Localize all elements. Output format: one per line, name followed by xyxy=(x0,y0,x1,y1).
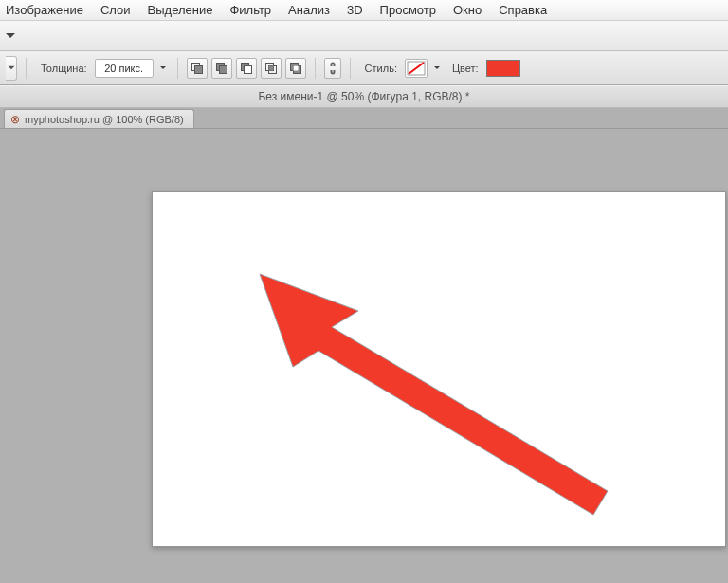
document-tab[interactable]: ⊗ myphotoshop.ru @ 100% (RGB/8) xyxy=(4,109,194,128)
menu-image[interactable]: Изображение xyxy=(6,3,83,17)
secondary-bar xyxy=(0,21,728,51)
menu-select[interactable]: Выделение xyxy=(148,3,213,17)
options-bar: Толщина: Стиль: Цвет: xyxy=(0,51,728,85)
arrow-shape[interactable] xyxy=(153,192,727,548)
svg-rect-3 xyxy=(219,65,227,73)
document-tab-row: ⊗ myphotoshop.ru @ 100% (RGB/8) xyxy=(0,108,728,129)
color-swatch[interactable] xyxy=(486,60,520,77)
separator xyxy=(350,58,351,79)
path-operation-add-icon[interactable] xyxy=(211,58,232,79)
svg-rect-5 xyxy=(244,65,251,73)
menu-3d[interactable]: 3D xyxy=(347,3,363,17)
path-operation-new-icon[interactable] xyxy=(187,58,208,79)
thickness-input[interactable] xyxy=(95,59,154,78)
application-menu-bar: Изображение Слои Выделение Фильтр Анализ… xyxy=(0,0,728,21)
path-operation-exclude-icon[interactable] xyxy=(285,58,306,79)
svg-rect-1 xyxy=(194,65,202,73)
svg-line-13 xyxy=(409,63,424,74)
menu-window[interactable]: Окно xyxy=(453,3,482,17)
color-label: Цвет: xyxy=(452,63,479,74)
menu-layers[interactable]: Слои xyxy=(100,3,131,17)
style-swatch[interactable] xyxy=(405,59,428,78)
secondary-bar-dropdown-icon[interactable] xyxy=(6,33,15,38)
style-dropdown-icon[interactable] xyxy=(431,58,443,79)
svg-rect-11 xyxy=(293,65,298,70)
svg-marker-14 xyxy=(260,274,608,515)
menu-help[interactable]: Справка xyxy=(499,3,547,17)
path-operation-intersect-icon[interactable] xyxy=(261,58,282,79)
separator xyxy=(315,58,316,79)
separator xyxy=(177,58,178,79)
document-canvas[interactable] xyxy=(152,191,726,547)
document-title-bar: Без имени-1 @ 50% (Фигура 1, RGB/8) * xyxy=(0,85,728,108)
link-icon[interactable] xyxy=(324,58,341,79)
thickness-dropdown-icon[interactable] xyxy=(157,58,169,79)
tool-preset-dropdown[interactable] xyxy=(6,56,17,81)
menu-analysis[interactable]: Анализ xyxy=(288,3,330,17)
thickness-label: Толщина: xyxy=(41,63,87,74)
menu-view[interactable]: Просмотр xyxy=(380,3,436,17)
close-icon[interactable]: ⊗ xyxy=(10,114,20,125)
document-title: Без имени-1 @ 50% (Фигура 1, RGB/8) * xyxy=(258,90,469,103)
svg-rect-8 xyxy=(268,65,273,70)
document-tab-label: myphotoshop.ru @ 100% (RGB/8) xyxy=(25,114,184,125)
path-operation-subtract-icon[interactable] xyxy=(236,58,257,79)
menu-filter[interactable]: Фильтр xyxy=(229,3,271,17)
separator xyxy=(26,58,27,79)
canvas-workspace xyxy=(0,129,728,583)
style-label: Стиль: xyxy=(365,63,397,74)
